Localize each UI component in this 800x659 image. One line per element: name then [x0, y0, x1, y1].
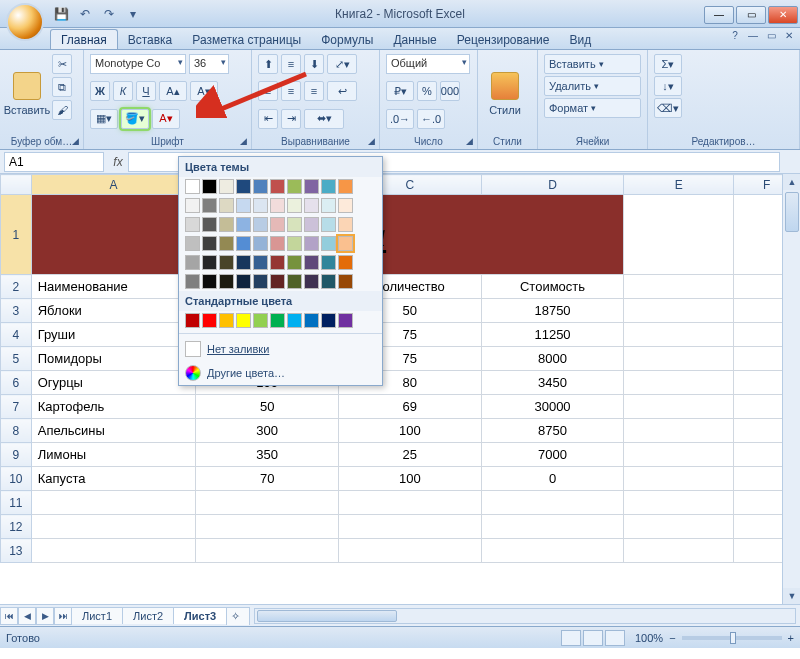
color-swatch[interactable]	[321, 274, 336, 289]
row-header-5[interactable]: 5	[1, 347, 32, 371]
new-sheet-icon[interactable]: ✧	[226, 607, 250, 625]
color-swatch[interactable]	[321, 313, 336, 328]
color-swatch[interactable]	[287, 217, 302, 232]
color-swatch[interactable]	[236, 274, 251, 289]
color-swatch[interactable]	[304, 255, 319, 270]
increase-indent-icon[interactable]: ⇥	[281, 109, 301, 129]
color-swatch[interactable]	[236, 255, 251, 270]
cell[interactable]: Апельсины	[31, 419, 196, 443]
color-swatch[interactable]	[202, 274, 217, 289]
clipboard-launcher-icon[interactable]: ◢	[69, 135, 81, 147]
align-center-icon[interactable]: ≡	[281, 81, 301, 101]
row-header-10[interactable]: 10	[1, 467, 32, 491]
align-bottom-icon[interactable]: ⬇	[304, 54, 324, 74]
cell[interactable]: Груши	[31, 323, 196, 347]
font-size-combo[interactable]: 36	[189, 54, 229, 74]
color-swatch[interactable]	[321, 179, 336, 194]
no-fill-item[interactable]: Нет заливки	[179, 337, 382, 361]
worksheet-grid[interactable]: A B C D E F 1 Таблица 2 Наименование Кол…	[0, 174, 800, 604]
color-swatch[interactable]	[236, 217, 251, 232]
color-swatch[interactable]	[202, 255, 217, 270]
tab-home[interactable]: Главная	[50, 29, 118, 49]
color-swatch[interactable]	[253, 198, 268, 213]
view-normal-icon[interactable]	[561, 630, 581, 646]
tab-insert[interactable]: Вставка	[118, 30, 183, 49]
more-colors-item[interactable]: Другие цвета…	[179, 361, 382, 385]
align-top-icon[interactable]: ⬆	[258, 54, 278, 74]
color-swatch[interactable]	[338, 179, 353, 194]
horizontal-scrollbar[interactable]	[254, 608, 796, 624]
color-swatch[interactable]	[219, 255, 234, 270]
col-header-D[interactable]: D	[481, 175, 624, 195]
color-swatch[interactable]	[253, 313, 268, 328]
tab-nav-first-icon[interactable]: ⏮	[0, 607, 18, 625]
color-swatch[interactable]	[287, 274, 302, 289]
color-swatch[interactable]	[219, 217, 234, 232]
cell[interactable]: 300	[196, 419, 339, 443]
clear-icon[interactable]: ⌫▾	[654, 98, 682, 118]
orientation-icon[interactable]: ⤢▾	[327, 54, 357, 74]
color-swatch[interactable]	[270, 179, 285, 194]
cell[interactable]: 100	[339, 419, 482, 443]
sheet-tab-1[interactable]: Лист1	[71, 607, 123, 624]
currency-icon[interactable]: ₽▾	[386, 81, 414, 101]
paste-button[interactable]: Вставить	[6, 54, 48, 118]
decrease-decimal-icon[interactable]: ←.0	[417, 109, 445, 129]
help-icon[interactable]: ?	[728, 30, 742, 41]
color-swatch[interactable]	[321, 255, 336, 270]
color-swatch[interactable]	[287, 236, 302, 251]
align-right-icon[interactable]: ≡	[304, 81, 324, 101]
cell[interactable]: 30000	[481, 395, 624, 419]
cell[interactable]: 7000	[481, 443, 624, 467]
row-header-2[interactable]: 2	[1, 275, 32, 299]
cell[interactable]: 18750	[481, 299, 624, 323]
font-launcher-icon[interactable]: ◢	[237, 135, 249, 147]
save-icon[interactable]: 💾	[52, 5, 70, 23]
color-swatch[interactable]	[219, 274, 234, 289]
format-cells-button[interactable]: Формат	[544, 98, 641, 118]
cell[interactable]: Лимоны	[31, 443, 196, 467]
color-swatch[interactable]	[185, 217, 200, 232]
color-swatch[interactable]	[338, 198, 353, 213]
row-header-12[interactable]: 12	[1, 515, 32, 539]
color-swatch[interactable]	[270, 236, 285, 251]
row-header-8[interactable]: 8	[1, 419, 32, 443]
scroll-thumb[interactable]	[785, 192, 799, 232]
font-name-combo[interactable]: Monotype Co	[90, 54, 186, 74]
header-cost[interactable]: Стоимость	[481, 275, 624, 299]
redo-icon[interactable]: ↷	[100, 5, 118, 23]
format-painter-icon[interactable]: 🖌	[52, 100, 72, 120]
increase-decimal-icon[interactable]: .0→	[386, 109, 414, 129]
view-page-break-icon[interactable]	[605, 630, 625, 646]
merge-center-button[interactable]: ⬌▾	[304, 109, 344, 129]
qat-dropdown-icon[interactable]: ▾	[124, 5, 142, 23]
cell[interactable]: 50	[196, 395, 339, 419]
color-swatch[interactable]	[202, 313, 217, 328]
number-format-combo[interactable]: Общий	[386, 54, 470, 74]
row-header-6[interactable]: 6	[1, 371, 32, 395]
comma-icon[interactable]: 000	[440, 81, 460, 101]
color-swatch[interactable]	[236, 313, 251, 328]
cell[interactable]: 69	[339, 395, 482, 419]
color-swatch[interactable]	[338, 274, 353, 289]
cell[interactable]: 350	[196, 443, 339, 467]
color-swatch[interactable]	[185, 179, 200, 194]
view-page-layout-icon[interactable]	[583, 630, 603, 646]
italic-button[interactable]: К	[113, 81, 133, 101]
color-swatch[interactable]	[338, 236, 353, 251]
color-swatch[interactable]	[287, 198, 302, 213]
color-swatch[interactable]	[202, 217, 217, 232]
color-swatch[interactable]	[270, 313, 285, 328]
tab-page-layout[interactable]: Разметка страницы	[182, 30, 311, 49]
color-swatch[interactable]	[185, 255, 200, 270]
hscroll-thumb[interactable]	[257, 610, 397, 622]
name-box[interactable]: A1	[4, 152, 104, 172]
row-header-3[interactable]: 3	[1, 299, 32, 323]
color-swatch[interactable]	[338, 255, 353, 270]
cut-icon[interactable]: ✂	[52, 54, 72, 74]
col-header-E[interactable]: E	[624, 175, 734, 195]
scroll-down-icon[interactable]: ▼	[783, 588, 800, 604]
color-swatch[interactable]	[253, 236, 268, 251]
color-swatch[interactable]	[253, 274, 268, 289]
cell[interactable]: 100	[339, 467, 482, 491]
